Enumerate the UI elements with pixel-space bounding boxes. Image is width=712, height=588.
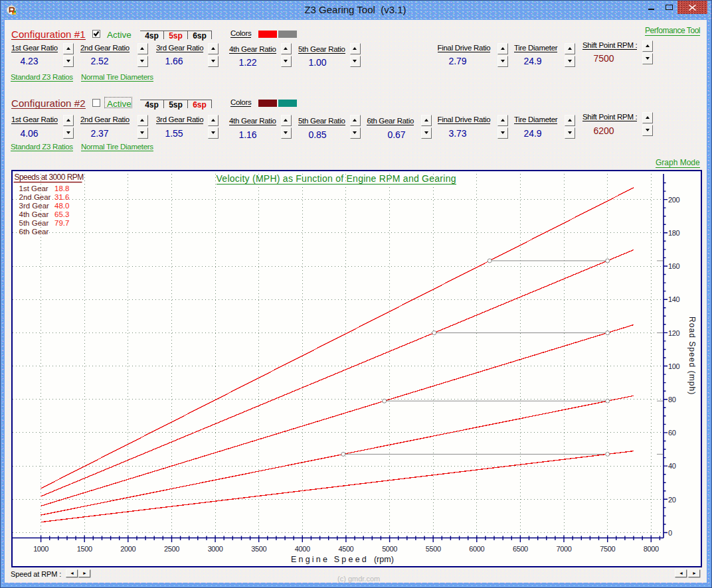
svg-text:8000: 8000: [644, 545, 659, 553]
svg-text:200: 200: [668, 196, 679, 204]
svg-text:5000: 5000: [382, 545, 397, 553]
svg-text:80: 80: [668, 396, 676, 404]
svg-text:Velocity (MPH) as Function of: Velocity (MPH) as Function of Engine RPM…: [217, 173, 456, 184]
svg-text:1st Gear: 1st Gear: [19, 184, 48, 192]
svg-text:180: 180: [668, 229, 679, 237]
svg-text:40: 40: [668, 462, 676, 470]
svg-text:100: 100: [668, 362, 679, 370]
svg-text:0: 0: [668, 529, 672, 537]
svg-text:Engine Speed(rpm): Engine Speed(rpm): [291, 555, 394, 564]
svg-text:120: 120: [668, 329, 679, 337]
svg-text:79.7: 79.7: [54, 219, 69, 227]
svg-text:20: 20: [668, 496, 676, 504]
svg-text:2nd Gear: 2nd Gear: [19, 193, 51, 201]
svg-text:6000: 6000: [469, 545, 484, 553]
svg-text:1000: 1000: [33, 545, 48, 553]
svg-text:160: 160: [668, 262, 679, 270]
svg-text:7500: 7500: [600, 545, 615, 553]
svg-text:3500: 3500: [251, 545, 266, 553]
svg-text:3rd Gear: 3rd Gear: [19, 202, 50, 210]
svg-text:2500: 2500: [164, 545, 179, 553]
svg-text:Speeds at 3000 RPM: Speeds at 3000 RPM: [15, 173, 84, 182]
svg-text:6500: 6500: [513, 545, 528, 553]
svg-text:6th Gear: 6th Gear: [19, 228, 49, 236]
svg-text:4th Gear: 4th Gear: [19, 210, 49, 218]
svg-text:Road Speed (mph): Road Speed (mph): [687, 317, 697, 395]
svg-text:65.3: 65.3: [54, 210, 69, 218]
svg-text:4500: 4500: [338, 545, 353, 553]
svg-text:5th Gear: 5th Gear: [19, 219, 49, 227]
svg-text:140: 140: [668, 295, 679, 303]
svg-text:1500: 1500: [77, 545, 92, 553]
svg-text:4000: 4000: [295, 545, 310, 553]
svg-text:18.8: 18.8: [54, 184, 69, 192]
svg-text:5500: 5500: [426, 545, 441, 553]
svg-text:3000: 3000: [208, 545, 223, 553]
svg-text:48.0: 48.0: [54, 202, 69, 210]
svg-text:60: 60: [668, 429, 676, 437]
svg-text:7000: 7000: [557, 545, 572, 553]
svg-text:31.6: 31.6: [54, 193, 69, 201]
svg-text:2000: 2000: [120, 545, 135, 553]
